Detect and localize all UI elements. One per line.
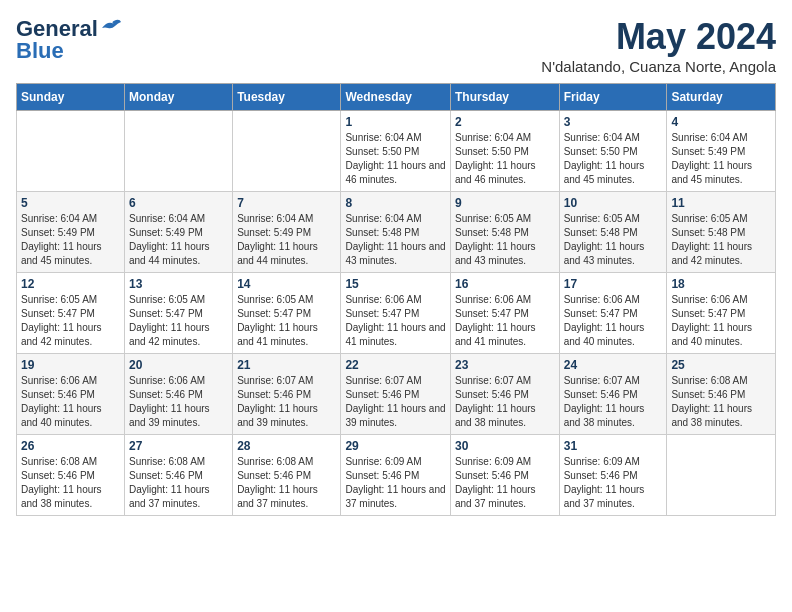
day-number: 3 [564,115,663,129]
day-number: 23 [455,358,555,372]
logo-bird-icon [100,18,122,36]
day-number: 4 [671,115,771,129]
calendar-cell: 22Sunrise: 6:07 AMSunset: 5:46 PMDayligh… [341,354,451,435]
day-info: Sunrise: 6:04 AMSunset: 5:49 PMDaylight:… [21,212,120,268]
weekday-header-wednesday: Wednesday [341,84,451,111]
day-info: Sunrise: 6:05 AMSunset: 5:47 PMDaylight:… [129,293,228,349]
calendar-cell: 1Sunrise: 6:04 AMSunset: 5:50 PMDaylight… [341,111,451,192]
day-info: Sunrise: 6:08 AMSunset: 5:46 PMDaylight:… [21,455,120,511]
day-info: Sunrise: 6:06 AMSunset: 5:46 PMDaylight:… [21,374,120,430]
day-info: Sunrise: 6:07 AMSunset: 5:46 PMDaylight:… [455,374,555,430]
calendar-cell: 28Sunrise: 6:08 AMSunset: 5:46 PMDayligh… [233,435,341,516]
calendar-cell: 2Sunrise: 6:04 AMSunset: 5:50 PMDaylight… [450,111,559,192]
day-number: 19 [21,358,120,372]
day-number: 27 [129,439,228,453]
main-title: May 2024 [541,16,776,58]
calendar-cell: 13Sunrise: 6:05 AMSunset: 5:47 PMDayligh… [125,273,233,354]
calendar-cell: 7Sunrise: 6:04 AMSunset: 5:49 PMDaylight… [233,192,341,273]
day-number: 7 [237,196,336,210]
day-info: Sunrise: 6:07 AMSunset: 5:46 PMDaylight:… [237,374,336,430]
day-number: 15 [345,277,446,291]
day-info: Sunrise: 6:06 AMSunset: 5:47 PMDaylight:… [345,293,446,349]
day-info: Sunrise: 6:04 AMSunset: 5:50 PMDaylight:… [564,131,663,187]
day-info: Sunrise: 6:05 AMSunset: 5:48 PMDaylight:… [455,212,555,268]
day-number: 24 [564,358,663,372]
calendar-cell: 5Sunrise: 6:04 AMSunset: 5:49 PMDaylight… [17,192,125,273]
day-number: 13 [129,277,228,291]
calendar-cell: 27Sunrise: 6:08 AMSunset: 5:46 PMDayligh… [125,435,233,516]
day-number: 17 [564,277,663,291]
day-info: Sunrise: 6:04 AMSunset: 5:50 PMDaylight:… [455,131,555,187]
day-number: 29 [345,439,446,453]
calendar-week-row: 26Sunrise: 6:08 AMSunset: 5:46 PMDayligh… [17,435,776,516]
calendar-cell: 3Sunrise: 6:04 AMSunset: 5:50 PMDaylight… [559,111,667,192]
calendar-cell: 8Sunrise: 6:04 AMSunset: 5:48 PMDaylight… [341,192,451,273]
calendar-week-row: 5Sunrise: 6:04 AMSunset: 5:49 PMDaylight… [17,192,776,273]
calendar-cell: 29Sunrise: 6:09 AMSunset: 5:46 PMDayligh… [341,435,451,516]
calendar-cell: 23Sunrise: 6:07 AMSunset: 5:46 PMDayligh… [450,354,559,435]
day-number: 14 [237,277,336,291]
calendar-cell: 17Sunrise: 6:06 AMSunset: 5:47 PMDayligh… [559,273,667,354]
day-info: Sunrise: 6:04 AMSunset: 5:50 PMDaylight:… [345,131,446,187]
day-number: 2 [455,115,555,129]
day-number: 10 [564,196,663,210]
day-info: Sunrise: 6:05 AMSunset: 5:47 PMDaylight:… [237,293,336,349]
day-info: Sunrise: 6:04 AMSunset: 5:49 PMDaylight:… [237,212,336,268]
day-number: 30 [455,439,555,453]
day-info: Sunrise: 6:07 AMSunset: 5:46 PMDaylight:… [345,374,446,430]
day-number: 25 [671,358,771,372]
calendar-cell: 14Sunrise: 6:05 AMSunset: 5:47 PMDayligh… [233,273,341,354]
weekday-header-thursday: Thursday [450,84,559,111]
day-info: Sunrise: 6:09 AMSunset: 5:46 PMDaylight:… [564,455,663,511]
page-header: General Blue May 2024 N'dalatando, Cuanz… [16,16,776,75]
day-info: Sunrise: 6:06 AMSunset: 5:47 PMDaylight:… [564,293,663,349]
day-info: Sunrise: 6:04 AMSunset: 5:49 PMDaylight:… [129,212,228,268]
calendar-cell: 21Sunrise: 6:07 AMSunset: 5:46 PMDayligh… [233,354,341,435]
day-number: 8 [345,196,446,210]
day-info: Sunrise: 6:06 AMSunset: 5:47 PMDaylight:… [671,293,771,349]
day-number: 5 [21,196,120,210]
day-number: 18 [671,277,771,291]
day-number: 22 [345,358,446,372]
day-info: Sunrise: 6:05 AMSunset: 5:48 PMDaylight:… [671,212,771,268]
day-info: Sunrise: 6:07 AMSunset: 5:46 PMDaylight:… [564,374,663,430]
day-number: 9 [455,196,555,210]
calendar-cell: 4Sunrise: 6:04 AMSunset: 5:49 PMDaylight… [667,111,776,192]
calendar-cell: 30Sunrise: 6:09 AMSunset: 5:46 PMDayligh… [450,435,559,516]
calendar-cell: 16Sunrise: 6:06 AMSunset: 5:47 PMDayligh… [450,273,559,354]
title-block: May 2024 N'dalatando, Cuanza Norte, Ango… [541,16,776,75]
day-info: Sunrise: 6:08 AMSunset: 5:46 PMDaylight:… [129,455,228,511]
calendar-cell: 25Sunrise: 6:08 AMSunset: 5:46 PMDayligh… [667,354,776,435]
day-info: Sunrise: 6:09 AMSunset: 5:46 PMDaylight:… [345,455,446,511]
calendar-cell [667,435,776,516]
calendar-cell: 10Sunrise: 6:05 AMSunset: 5:48 PMDayligh… [559,192,667,273]
day-number: 20 [129,358,228,372]
calendar-cell: 31Sunrise: 6:09 AMSunset: 5:46 PMDayligh… [559,435,667,516]
calendar-week-row: 1Sunrise: 6:04 AMSunset: 5:50 PMDaylight… [17,111,776,192]
day-info: Sunrise: 6:09 AMSunset: 5:46 PMDaylight:… [455,455,555,511]
day-info: Sunrise: 6:08 AMSunset: 5:46 PMDaylight:… [237,455,336,511]
day-number: 28 [237,439,336,453]
subtitle: N'dalatando, Cuanza Norte, Angola [541,58,776,75]
day-number: 11 [671,196,771,210]
calendar-cell: 6Sunrise: 6:04 AMSunset: 5:49 PMDaylight… [125,192,233,273]
calendar-week-row: 19Sunrise: 6:06 AMSunset: 5:46 PMDayligh… [17,354,776,435]
calendar-table: SundayMondayTuesdayWednesdayThursdayFrid… [16,83,776,516]
weekday-header-saturday: Saturday [667,84,776,111]
day-number: 26 [21,439,120,453]
day-info: Sunrise: 6:04 AMSunset: 5:49 PMDaylight:… [671,131,771,187]
calendar-cell: 18Sunrise: 6:06 AMSunset: 5:47 PMDayligh… [667,273,776,354]
day-info: Sunrise: 6:06 AMSunset: 5:46 PMDaylight:… [129,374,228,430]
calendar-cell: 9Sunrise: 6:05 AMSunset: 5:48 PMDaylight… [450,192,559,273]
calendar-cell: 11Sunrise: 6:05 AMSunset: 5:48 PMDayligh… [667,192,776,273]
day-number: 12 [21,277,120,291]
calendar-cell: 12Sunrise: 6:05 AMSunset: 5:47 PMDayligh… [17,273,125,354]
day-info: Sunrise: 6:08 AMSunset: 5:46 PMDaylight:… [671,374,771,430]
logo-blue: Blue [16,38,64,64]
calendar-cell [17,111,125,192]
weekday-header-row: SundayMondayTuesdayWednesdayThursdayFrid… [17,84,776,111]
calendar-cell: 24Sunrise: 6:07 AMSunset: 5:46 PMDayligh… [559,354,667,435]
weekday-header-sunday: Sunday [17,84,125,111]
day-number: 31 [564,439,663,453]
calendar-cell: 19Sunrise: 6:06 AMSunset: 5:46 PMDayligh… [17,354,125,435]
